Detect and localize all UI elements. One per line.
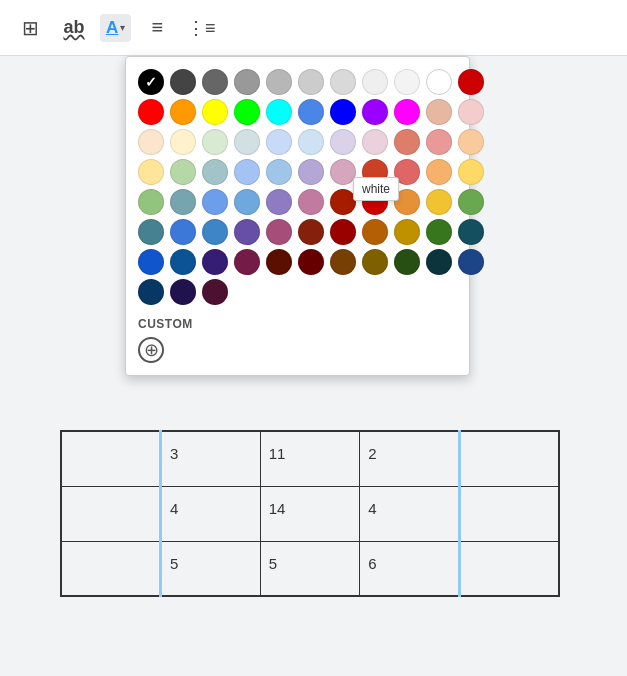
color-green[interactable] <box>234 99 260 125</box>
color-gray[interactable] <box>202 69 228 95</box>
color-grid <box>138 69 457 305</box>
cell-r3c3: 5 <box>260 541 360 596</box>
cell-r3c2: 5 <box>161 541 261 596</box>
highlight-icon: A <box>106 18 118 38</box>
cell-r1c3: 11 <box>260 431 360 486</box>
highlight-color-button[interactable]: A ▾ <box>100 14 131 42</box>
cell-r3c5 <box>459 541 559 596</box>
color-black[interactable] <box>138 69 164 95</box>
indent-button[interactable]: ⋮≡ <box>183 10 219 46</box>
color-teal[interactable] <box>138 219 164 245</box>
color-very-dark-red[interactable] <box>266 249 292 275</box>
color-white[interactable] <box>426 69 452 95</box>
table-row: 5 5 6 <box>61 541 559 596</box>
color-light-blue-2[interactable] <box>266 159 292 185</box>
color-near-white-1[interactable] <box>362 69 388 95</box>
color-dark-red[interactable] <box>458 69 484 95</box>
color-maroon[interactable] <box>330 219 356 245</box>
color-medium-gray[interactable] <box>234 69 260 95</box>
color-dark-teal[interactable] <box>458 219 484 245</box>
color-mid-green[interactable] <box>138 189 164 215</box>
cell-r1c4: 2 <box>360 431 460 486</box>
color-pale-blue-2[interactable] <box>298 129 324 155</box>
cell-r1c5 <box>459 431 559 486</box>
color-light-green[interactable] <box>170 159 196 185</box>
tooltip-text: white <box>362 182 390 196</box>
color-gold[interactable] <box>458 159 484 185</box>
color-orange[interactable] <box>170 99 196 125</box>
color-pale-purple[interactable] <box>330 129 356 155</box>
toolbar: ⊞ ab A ▾ ≡ ⋮≡ <box>0 0 627 56</box>
table-row: 4 14 4 <box>61 486 559 541</box>
indent-icon: ⋮≡ <box>187 17 216 39</box>
color-pale-blue-1[interactable] <box>266 129 292 155</box>
color-dark-green[interactable] <box>426 219 452 245</box>
color-salmon[interactable] <box>394 129 420 155</box>
color-light-teal[interactable] <box>202 159 228 185</box>
color-periwinkle[interactable] <box>202 189 228 215</box>
custom-section: CUSTOM ⊕ <box>138 317 457 363</box>
cell-r2c4: 4 <box>360 486 460 541</box>
color-sky-blue[interactable] <box>234 189 260 215</box>
color-deep-maroon[interactable] <box>298 249 324 275</box>
color-dark-gray[interactable] <box>170 69 196 95</box>
color-dark-purple[interactable] <box>202 249 228 275</box>
color-dark-gold[interactable] <box>394 219 420 245</box>
color-light-gray-1[interactable] <box>266 69 292 95</box>
color-plum[interactable] <box>234 249 260 275</box>
color-lighter-gray[interactable] <box>330 69 356 95</box>
color-dark-brick[interactable] <box>298 219 324 245</box>
color-blue[interactable] <box>330 99 356 125</box>
color-olive[interactable] <box>362 249 388 275</box>
color-light-red[interactable] <box>426 129 452 155</box>
color-very-dark-green[interactable] <box>394 249 420 275</box>
color-violet[interactable] <box>234 219 260 245</box>
color-pale-teal[interactable] <box>234 129 260 155</box>
color-near-white-2[interactable] <box>394 69 420 95</box>
color-dark-brown[interactable] <box>330 249 356 275</box>
custom-label: CUSTOM <box>138 317 457 331</box>
color-cornflower-blue[interactable] <box>298 99 324 125</box>
color-medium-purple[interactable] <box>266 189 292 215</box>
color-deep-navy[interactable] <box>138 279 164 305</box>
main-data-table: 3 11 2 4 14 4 5 5 6 <box>60 430 560 597</box>
color-yellow[interactable] <box>202 99 228 125</box>
color-pale-orange[interactable] <box>138 129 164 155</box>
color-royal-blue[interactable] <box>170 219 196 245</box>
color-tan[interactable] <box>426 159 452 185</box>
color-mustard[interactable] <box>426 189 452 215</box>
color-pale-red[interactable] <box>458 99 484 125</box>
color-peach[interactable] <box>458 129 484 155</box>
highlight-dropdown-arrow[interactable]: ▾ <box>120 22 125 33</box>
color-navy-blue[interactable] <box>170 249 196 275</box>
color-steel-blue[interactable] <box>170 189 196 215</box>
color-pale-green[interactable] <box>202 129 228 155</box>
insert-button[interactable]: ⊞ <box>12 10 48 46</box>
spellcheck-button[interactable]: ab <box>56 10 92 46</box>
color-cyan[interactable] <box>266 99 292 125</box>
color-dark-blue[interactable] <box>138 249 164 275</box>
color-light-gray-2[interactable] <box>298 69 324 95</box>
lines-button[interactable]: ≡ <box>139 10 175 46</box>
color-red[interactable] <box>138 99 164 125</box>
color-brown-orange[interactable] <box>362 219 388 245</box>
cell-r2c3: 14 <box>260 486 360 541</box>
color-pale-yellow[interactable] <box>170 129 196 155</box>
color-indigo[interactable] <box>170 279 196 305</box>
color-light-yellow[interactable] <box>138 159 164 185</box>
white-tooltip: white <box>353 177 399 201</box>
color-very-dark-teal[interactable] <box>426 249 452 275</box>
color-cerulean[interactable] <box>202 219 228 245</box>
color-pale-salmon[interactable] <box>426 99 452 125</box>
color-magenta[interactable] <box>394 99 420 125</box>
color-light-blue-1[interactable] <box>234 159 260 185</box>
color-dark-navy[interactable] <box>458 249 484 275</box>
color-forest-green[interactable] <box>458 189 484 215</box>
color-mauve[interactable] <box>298 189 324 215</box>
color-dark-plum[interactable] <box>202 279 228 305</box>
color-light-purple[interactable] <box>298 159 324 185</box>
color-purple[interactable] <box>362 99 388 125</box>
add-custom-color-button[interactable]: ⊕ <box>138 337 164 363</box>
color-raspberry[interactable] <box>266 219 292 245</box>
color-pale-pink[interactable] <box>362 129 388 155</box>
